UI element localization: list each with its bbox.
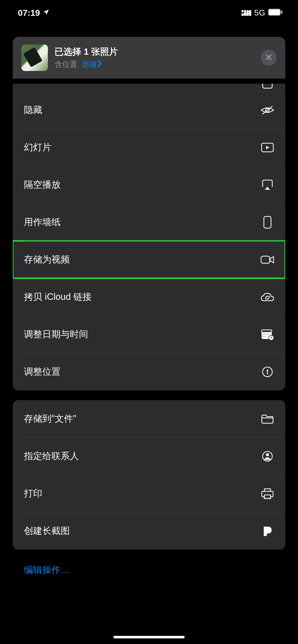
status-left: 07:19 — [18, 8, 50, 18]
svg-rect-10 — [281, 11, 282, 13]
action-label: 调整位置 — [24, 365, 61, 378]
photo-thumbnail[interactable] — [21, 45, 48, 71]
action-label: 打印 — [24, 487, 42, 500]
edit-actions-label: 编辑操作… — [24, 565, 70, 575]
svg-rect-11 — [263, 84, 272, 88]
video-icon — [260, 253, 275, 267]
options-label: 选项 — [82, 59, 97, 70]
airplay-icon — [260, 178, 275, 192]
partial-icon — [260, 84, 275, 90]
action-adjust-date-time[interactable]: 调整日期与时间 — [13, 316, 285, 353]
share-sheet: 已选择 1 张照片 含位置 选项 — [13, 37, 285, 644]
sheet-header: 已选择 1 张照片 含位置 选项 — [13, 37, 285, 79]
svg-point-32 — [266, 453, 269, 456]
play-rectangle-icon — [260, 140, 275, 155]
selection-title: 已选择 1 张照片 — [55, 46, 118, 58]
svg-rect-16 — [261, 256, 270, 263]
action-label: 幻灯片 — [24, 141, 51, 154]
action-save-as-video[interactable]: 存储为视频 — [13, 241, 285, 278]
calendar-clock-icon — [260, 327, 275, 342]
action-airplay[interactable]: 隔空播放 — [13, 166, 285, 203]
iphone-icon — [260, 215, 275, 229]
actions-group-1: 隐藏 幻灯片 隔空播放 用作墙纸 — [13, 84, 285, 390]
svg-point-28 — [267, 370, 268, 371]
svg-rect-5 — [244, 13, 246, 16]
action-label: 隔空播放 — [24, 179, 61, 191]
icloud-link-icon — [260, 290, 275, 304]
location-arrow-icon — [43, 8, 50, 18]
svg-point-21 — [265, 334, 265, 334]
p-app-icon — [260, 524, 275, 538]
status-right: 5G — [241, 8, 283, 18]
action-copy-icloud-link[interactable]: 拷贝 iCloud 链接 — [13, 278, 285, 316]
action-create-long-screenshot[interactable]: 创建长截图 — [13, 512, 285, 550]
cellular-signal-icon — [241, 8, 252, 18]
action-label: 调整日期与时间 — [24, 328, 88, 341]
svg-rect-19 — [262, 330, 272, 332]
svg-point-22 — [266, 334, 267, 334]
person-circle-icon — [260, 449, 275, 463]
action-slideshow[interactable]: 幻灯片 — [13, 129, 285, 166]
svg-rect-33 — [264, 495, 270, 499]
partial-row-above[interactable] — [13, 84, 285, 91]
action-label: 存储到"文件" — [24, 413, 76, 425]
svg-point-23 — [268, 334, 269, 334]
action-adjust-location[interactable]: 调整位置 — [13, 353, 285, 390]
location-circle-icon — [260, 365, 275, 379]
svg-rect-9 — [269, 10, 280, 15]
status-time: 07:19 — [18, 8, 40, 18]
home-indicator[interactable] — [113, 636, 185, 638]
svg-rect-15 — [264, 216, 271, 228]
svg-rect-4 — [242, 14, 243, 16]
actions-group-2: 存储到"文件" 指定给联系人 打印 创建长截图 — [13, 400, 285, 550]
svg-point-0 — [242, 10, 243, 12]
svg-point-24 — [263, 336, 264, 336]
action-label: 指定给联系人 — [24, 450, 79, 462]
action-assign-to-contact[interactable]: 指定给联系人 — [13, 437, 285, 475]
svg-rect-6 — [247, 12, 248, 16]
svg-line-13 — [262, 106, 273, 114]
printer-icon — [260, 487, 275, 501]
action-save-to-files[interactable]: 存储到"文件" — [13, 400, 285, 437]
close-button[interactable] — [261, 50, 277, 66]
action-label: 存储为视频 — [24, 253, 70, 266]
action-label: 用作墙纸 — [24, 216, 61, 228]
action-print[interactable]: 打印 — [13, 475, 285, 512]
eye-slash-icon — [260, 103, 275, 117]
close-icon — [265, 54, 272, 62]
svg-point-1 — [244, 10, 246, 12]
battery-icon — [268, 8, 283, 18]
options-link[interactable]: 选项 — [82, 59, 102, 70]
action-wallpaper[interactable]: 用作墙纸 — [13, 203, 285, 241]
action-label: 创建长截图 — [24, 525, 70, 537]
svg-point-17 — [265, 296, 270, 300]
header-text-block: 已选择 1 张照片 含位置 选项 — [55, 46, 118, 70]
svg-point-25 — [265, 336, 265, 336]
folder-icon — [260, 412, 275, 426]
action-hide[interactable]: 隐藏 — [13, 91, 285, 129]
action-label: 拷贝 iCloud 链接 — [24, 291, 92, 303]
action-label: 隐藏 — [24, 104, 42, 116]
network-type: 5G — [254, 8, 265, 18]
svg-rect-7 — [249, 11, 251, 16]
svg-point-20 — [263, 334, 264, 334]
location-included-label: 含位置 — [55, 59, 77, 70]
status-bar: 07:19 5G — [0, 0, 298, 25]
chevron-right-icon — [97, 60, 102, 69]
edit-actions-link[interactable]: 编辑操作… — [13, 559, 285, 581]
